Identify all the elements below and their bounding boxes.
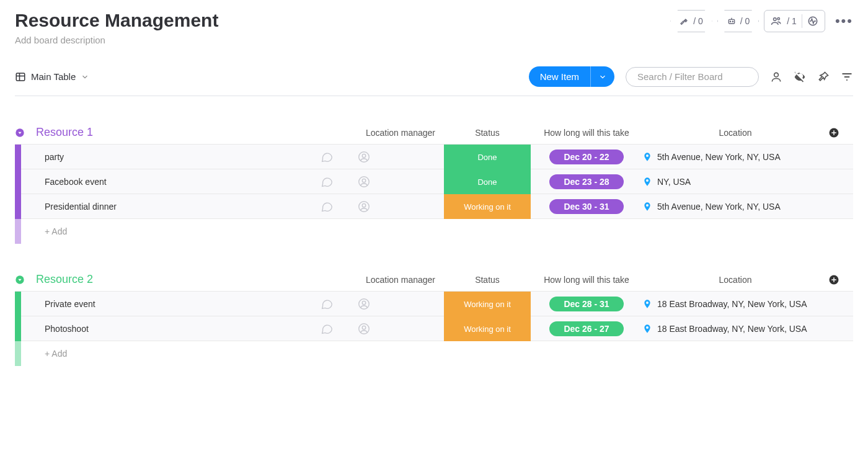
row-color-bar: [15, 292, 21, 316]
separator: [802, 14, 802, 28]
table-icon: [15, 71, 26, 83]
members-box[interactable]: / 1: [764, 10, 825, 32]
person-cell[interactable]: [357, 322, 444, 336]
location-pin-icon: [642, 202, 652, 212]
people-icon: [771, 16, 782, 27]
person-cell[interactable]: [357, 297, 444, 311]
status-cell[interactable]: Working on it: [444, 292, 531, 316]
robot-icon: [727, 16, 737, 26]
item-name[interactable]: Presidential dinner: [36, 202, 320, 212]
column-header-status[interactable]: Status: [444, 128, 531, 138]
wrench-icon: [680, 16, 689, 26]
duration-cell[interactable]: Dec 28 - 31: [531, 297, 642, 311]
table-row[interactable]: Facebook eventDoneDec 23 - 28NY, USA: [15, 169, 853, 194]
person-cell[interactable]: [357, 200, 444, 213]
table-row[interactable]: PhotoshootWorking on itDec 26 - 2718 Eas…: [15, 316, 853, 341]
column-header-location[interactable]: Location: [642, 275, 828, 285]
item-name[interactable]: party: [36, 152, 320, 162]
row-color-bar: [15, 194, 21, 219]
row-color-bar: [15, 219, 21, 244]
search-input[interactable]: [637, 71, 747, 82]
item-name[interactable]: Photoshoot: [36, 324, 320, 334]
more-menu[interactable]: •••: [835, 13, 853, 29]
person-filter-icon[interactable]: [770, 71, 782, 83]
column-header-duration[interactable]: How long will this take: [531, 128, 642, 138]
activity-icon: [807, 16, 818, 27]
add-item-row[interactable]: + Add: [36, 226, 320, 236]
location-pin-icon: [642, 152, 652, 162]
duration-cell[interactable]: Dec 23 - 28: [531, 174, 642, 189]
column-header-location-manager[interactable]: Location manager: [357, 275, 444, 285]
members-count: / 1: [787, 16, 797, 26]
chat-icon[interactable]: [320, 322, 357, 336]
integration-badge-b[interactable]: / 0: [717, 10, 760, 32]
integration-count-b: / 0: [740, 16, 750, 26]
group-collapse-toggle[interactable]: [15, 275, 36, 285]
svg-point-3: [774, 18, 777, 21]
location-cell[interactable]: 5th Avenue, New York, NY, USA: [642, 202, 828, 212]
svg-point-2: [732, 21, 733, 22]
svg-point-11: [362, 154, 366, 158]
svg-point-13: [362, 179, 366, 182]
chevron-down-icon[interactable]: [81, 73, 89, 81]
table-row[interactable]: partyDoneDec 20 - 225th Avenue, New York…: [15, 144, 853, 169]
group-title[interactable]: Resource 2: [36, 273, 320, 286]
integration-badge-a[interactable]: / 0: [670, 10, 712, 32]
person-cell[interactable]: [357, 150, 444, 164]
svg-point-7: [774, 73, 779, 77]
status-cell[interactable]: Working on it: [444, 316, 531, 341]
new-item-button[interactable]: New Item: [529, 66, 590, 87]
duration-cell[interactable]: Dec 26 - 27: [531, 321, 642, 336]
table-row[interactable]: Private eventWorking on itDec 28 - 3118 …: [15, 291, 853, 316]
svg-point-4: [777, 18, 779, 20]
chat-icon[interactable]: [320, 297, 357, 311]
item-name[interactable]: Private event: [36, 299, 320, 309]
new-item-dropdown[interactable]: [590, 66, 614, 87]
location-cell[interactable]: 5th Avenue, New York, NY, USA: [642, 152, 828, 162]
row-color-bar: [15, 316, 21, 341]
status-cell[interactable]: Done: [444, 169, 531, 194]
svg-point-1: [730, 21, 730, 22]
status-cell[interactable]: Working on it: [444, 194, 531, 219]
column-header-status[interactable]: Status: [444, 275, 531, 285]
column-header-duration[interactable]: How long will this take: [531, 275, 642, 285]
chat-icon[interactable]: [320, 150, 357, 164]
header-actions: / 0 / 0 / 1 •••: [670, 10, 853, 32]
item-name[interactable]: Facebook event: [36, 177, 320, 187]
duration-cell[interactable]: Dec 20 - 22: [531, 150, 642, 164]
pin-icon[interactable]: [817, 71, 830, 83]
group-title[interactable]: Resource 1: [36, 126, 320, 139]
view-label[interactable]: Main Table: [31, 71, 76, 82]
svg-point-21: [362, 326, 366, 329]
eye-off-icon[interactable]: [794, 71, 806, 83]
board-description[interactable]: Add board description: [15, 35, 218, 45]
location-cell[interactable]: NY, USA: [642, 177, 828, 187]
svg-point-19: [362, 301, 366, 305]
person-cell[interactable]: [357, 175, 444, 189]
row-color-bar: [15, 169, 21, 194]
page-title: Resource Management: [15, 10, 218, 31]
table-row[interactable]: Presidential dinnerWorking on itDec 30 -…: [15, 194, 853, 218]
add-column-button[interactable]: [828, 127, 853, 138]
new-item-group: New Item: [529, 66, 614, 87]
row-color-bar: [15, 341, 21, 366]
integration-count-a: / 0: [693, 16, 703, 26]
location-pin-icon: [642, 177, 652, 187]
location-cell[interactable]: 18 East Broadway, NY, New York, USA: [642, 299, 828, 309]
chat-icon[interactable]: [320, 200, 357, 213]
search-pill[interactable]: [626, 67, 759, 87]
svg-point-15: [362, 203, 366, 207]
chat-icon[interactable]: [320, 175, 357, 189]
row-color-bar: [15, 145, 21, 169]
add-item-row[interactable]: + Add: [36, 349, 320, 359]
status-cell[interactable]: Done: [444, 145, 531, 169]
column-header-location-manager[interactable]: Location manager: [357, 128, 444, 138]
location-cell[interactable]: 18 East Broadway, NY, New York, USA: [642, 324, 828, 334]
column-header-location[interactable]: Location: [642, 128, 828, 138]
duration-cell[interactable]: Dec 30 - 31: [531, 199, 642, 214]
group-collapse-toggle[interactable]: [15, 128, 36, 138]
location-pin-icon: [642, 324, 652, 334]
filter-icon[interactable]: [841, 71, 853, 83]
add-column-button[interactable]: [828, 274, 853, 285]
location-pin-icon: [642, 299, 652, 309]
